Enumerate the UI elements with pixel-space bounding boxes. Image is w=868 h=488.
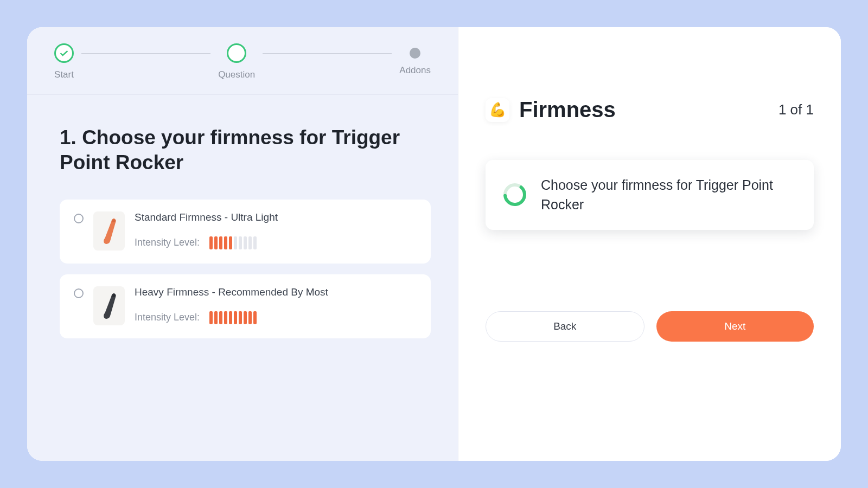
step-start[interactable]: Start <box>54 43 74 80</box>
step-connector <box>263 53 392 54</box>
intensity-label: Intensity Level: <box>135 312 200 323</box>
radio-heavy[interactable] <box>74 288 84 298</box>
action-row: Back Next <box>486 311 814 342</box>
back-button[interactable]: Back <box>486 311 644 342</box>
summary-title: Firmness <box>519 98 616 122</box>
step-addons-circle <box>410 48 420 59</box>
summary-card: Choose your firmness for Trigger Point R… <box>486 160 814 230</box>
step-start-circle <box>54 43 74 63</box>
option-standard-body: Standard Firmness - Ultra Light Intensit… <box>135 211 417 249</box>
stepper: Start Question Addons <box>27 27 458 95</box>
summary-title-group: 💪 Firmness <box>486 98 616 122</box>
next-button[interactable]: Next <box>656 311 814 342</box>
step-question[interactable]: Question <box>218 43 255 80</box>
option-heavy-thumb <box>93 286 125 325</box>
option-heavy-intensity-row: Intensity Level: <box>135 311 417 324</box>
option-heavy-body: Heavy Firmness - Recommended By Most Int… <box>135 286 417 324</box>
step-connector <box>81 53 210 54</box>
step-addons[interactable]: Addons <box>399 43 431 76</box>
step-question-label: Question <box>218 69 255 80</box>
intensity-label: Intensity Level: <box>135 237 200 248</box>
option-heavy-intensity-bars <box>209 311 257 324</box>
option-heavy-title: Heavy Firmness - Recommended By Most <box>135 286 417 298</box>
summary-counter: 1 of 1 <box>778 101 814 118</box>
product-icon <box>99 215 119 247</box>
svg-point-1 <box>112 294 116 297</box>
option-standard[interactable]: Standard Firmness - Ultra Light Intensit… <box>60 200 431 264</box>
step-question-circle <box>227 43 246 63</box>
option-heavy[interactable]: Heavy Firmness - Recommended By Most Int… <box>60 274 431 338</box>
check-icon <box>60 50 68 56</box>
option-standard-intensity-bars <box>209 236 257 249</box>
question-heading: 1. Choose your firmness for Trigger Poin… <box>60 125 431 176</box>
summary-emoji-icon: 💪 <box>486 98 509 122</box>
step-start-label: Start <box>54 69 74 80</box>
radio-standard[interactable] <box>74 214 84 223</box>
svg-point-0 <box>112 219 116 222</box>
wizard-card: Start Question Addons 1. Choose your fir… <box>27 27 841 461</box>
progress-spinner-icon <box>502 182 528 208</box>
left-panel: Start Question Addons 1. Choose your fir… <box>27 27 458 461</box>
option-standard-thumb <box>93 211 125 251</box>
summary-header: 💪 Firmness 1 of 1 <box>486 98 814 122</box>
left-content: 1. Choose your firmness for Trigger Poin… <box>27 95 458 349</box>
product-icon <box>99 290 119 322</box>
right-panel: 💪 Firmness 1 of 1 Choose your firmness f… <box>458 27 841 461</box>
summary-card-text: Choose your firmness for Trigger Point R… <box>541 175 797 215</box>
option-standard-title: Standard Firmness - Ultra Light <box>135 211 417 223</box>
step-addons-label: Addons <box>399 65 431 76</box>
option-standard-intensity-row: Intensity Level: <box>135 236 417 249</box>
